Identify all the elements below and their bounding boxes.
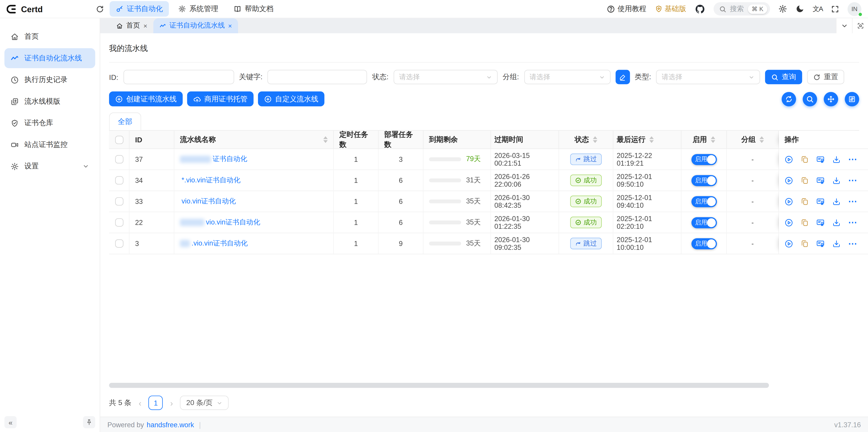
- more-actions-button[interactable]: ⋯: [848, 217, 858, 228]
- handsfree-link[interactable]: handsfree.work: [147, 421, 194, 429]
- group-filter-select[interactable]: 请选择: [524, 70, 610, 84]
- reset-button[interactable]: 重置: [807, 70, 844, 84]
- enabled-toggle[interactable]: 启用: [691, 154, 717, 165]
- copy-pipeline-button[interactable]: [800, 219, 809, 227]
- github-icon[interactable]: [694, 4, 705, 14]
- enabled-toggle[interactable]: 启用: [691, 238, 717, 249]
- col-header-expire-time[interactable]: 过期时间: [491, 131, 559, 149]
- prev-page-button[interactable]: ‹: [136, 398, 144, 408]
- more-actions-button[interactable]: ⋯: [848, 175, 858, 186]
- create-pipeline-button[interactable]: 创建证书流水线: [109, 91, 183, 106]
- enabled-toggle[interactable]: 启用: [691, 175, 717, 186]
- sort-carets-icon[interactable]: [711, 136, 715, 143]
- more-actions-button[interactable]: ⋯: [848, 238, 858, 249]
- edition-badge[interactable]: 基础版: [655, 4, 686, 14]
- custom-pipeline-button[interactable]: 自定义流水线: [258, 91, 324, 106]
- select-all-checkbox[interactable]: [115, 136, 123, 144]
- tutorial-link[interactable]: 使用教程: [607, 4, 646, 14]
- sidebar-item-templates[interactable]: 流水线模版: [4, 91, 95, 111]
- view-certificate-button[interactable]: [816, 155, 825, 164]
- download-certificate-button[interactable]: [832, 176, 841, 185]
- collapse-sidebar-button[interactable]: «: [4, 416, 17, 428]
- horizontal-scrollbar[interactable]: [109, 383, 859, 388]
- enabled-toggle[interactable]: 启用: [691, 196, 717, 207]
- sort-carets-icon[interactable]: [649, 136, 654, 143]
- type-filter-select[interactable]: 请选择: [656, 70, 760, 84]
- tab-list-dropdown-button[interactable]: [836, 18, 852, 33]
- close-icon[interactable]: ×: [228, 22, 232, 30]
- nav-item-docs[interactable]: 帮助文档: [228, 1, 280, 17]
- nav-item-cert-automation[interactable]: 证书自动化: [110, 1, 169, 17]
- col-header-enabled[interactable]: 启用: [681, 131, 727, 149]
- next-page-button[interactable]: ›: [168, 398, 175, 408]
- col-header-name[interactable]: 流水线名称: [174, 131, 334, 149]
- col-header-status[interactable]: 状态: [559, 131, 613, 149]
- reload-icon[interactable]: [96, 5, 104, 13]
- status-filter-select[interactable]: 请选择: [394, 70, 498, 84]
- id-filter-input[interactable]: [123, 70, 234, 84]
- pipeline-name-link[interactable]: 证书自动化: [213, 154, 247, 164]
- download-certificate-button[interactable]: [832, 197, 841, 206]
- table-refresh-button[interactable]: [782, 92, 796, 106]
- run-pipeline-button[interactable]: [784, 197, 793, 206]
- query-button[interactable]: 查询: [765, 70, 802, 84]
- col-header-id[interactable]: ID: [129, 131, 174, 149]
- copy-pipeline-button[interactable]: [800, 197, 809, 206]
- download-certificate-button[interactable]: [832, 218, 841, 227]
- pipeline-name-link[interactable]: vio.vin证书自动化: [182, 197, 236, 206]
- sort-carets-icon[interactable]: [593, 136, 597, 143]
- pipeline-name-link[interactable]: vio.vin证书自动化: [206, 218, 260, 227]
- enabled-toggle[interactable]: 启用: [691, 217, 717, 228]
- pipeline-name-link[interactable]: *.vio.vin证书自动化: [182, 176, 240, 185]
- sidebar-item-history[interactable]: 执行历史记录: [4, 70, 95, 90]
- row-checkbox[interactable]: [115, 197, 123, 206]
- brand[interactable]: Certd: [6, 4, 43, 14]
- copy-pipeline-button[interactable]: [800, 176, 809, 185]
- more-actions-button[interactable]: ⋯: [848, 154, 858, 165]
- scrollbar-thumb[interactable]: [109, 383, 769, 388]
- run-pipeline-button[interactable]: [784, 176, 793, 185]
- download-certificate-button[interactable]: [832, 155, 841, 164]
- sidebar-item-pipelines[interactable]: 证书自动化流水线: [4, 48, 95, 68]
- run-pipeline-button[interactable]: [784, 155, 793, 164]
- view-certificate-button[interactable]: [816, 176, 825, 185]
- sidebar-item-settings[interactable]: 设置: [4, 156, 95, 176]
- tab-pipelines[interactable]: 证书自动化流水线 ×: [153, 18, 238, 33]
- table-columns-settings-button[interactable]: [845, 92, 859, 106]
- fullscreen-icon[interactable]: [831, 5, 839, 13]
- keyword-filter-input[interactable]: [268, 70, 367, 84]
- col-header-expiry-remaining[interactable]: 到期剩余: [424, 131, 491, 149]
- table-search-button[interactable]: [803, 92, 817, 106]
- global-search[interactable]: 搜索 ⌘ K: [713, 2, 770, 16]
- copy-pipeline-button[interactable]: [800, 155, 809, 164]
- sidebar-item-home[interactable]: 首页: [4, 27, 95, 47]
- view-certificate-button[interactable]: [816, 218, 825, 227]
- nav-item-system[interactable]: 系统管理: [172, 1, 224, 17]
- copy-pipeline-button[interactable]: [800, 239, 809, 248]
- page-size-select[interactable]: 20 条/页: [180, 396, 229, 410]
- row-checkbox[interactable]: [115, 239, 123, 248]
- col-header-deploy-count[interactable]: 部署任务数: [379, 131, 424, 149]
- view-certificate-button[interactable]: [816, 197, 825, 206]
- group-tab-all[interactable]: 全部: [109, 113, 141, 130]
- sidebar-item-cert-repo[interactable]: 证书仓库: [4, 113, 95, 133]
- more-actions-button[interactable]: ⋯: [848, 196, 858, 207]
- avatar[interactable]: IN: [848, 2, 862, 16]
- view-certificate-button[interactable]: [816, 239, 825, 248]
- run-pipeline-button[interactable]: [784, 218, 793, 227]
- language-icon[interactable]: 文A: [813, 4, 823, 13]
- table-move-button[interactable]: [824, 92, 838, 106]
- sort-carets-icon[interactable]: [760, 136, 764, 143]
- col-header-group[interactable]: 分组: [727, 131, 779, 149]
- sort-carets-icon[interactable]: [323, 136, 328, 143]
- dark-mode-moon-icon[interactable]: [796, 4, 804, 13]
- download-certificate-button[interactable]: [832, 239, 841, 248]
- row-checkbox[interactable]: [115, 219, 123, 227]
- sidebar-item-site-monitor[interactable]: 站点证书监控: [4, 135, 95, 154]
- close-icon[interactable]: ×: [143, 22, 147, 30]
- row-checkbox[interactable]: [115, 176, 123, 185]
- commercial-cert-button[interactable]: 商用证书托管: [187, 91, 254, 106]
- row-checkbox[interactable]: [115, 155, 123, 164]
- maximize-content-button[interactable]: [852, 18, 868, 33]
- edit-groups-button[interactable]: [615, 70, 630, 84]
